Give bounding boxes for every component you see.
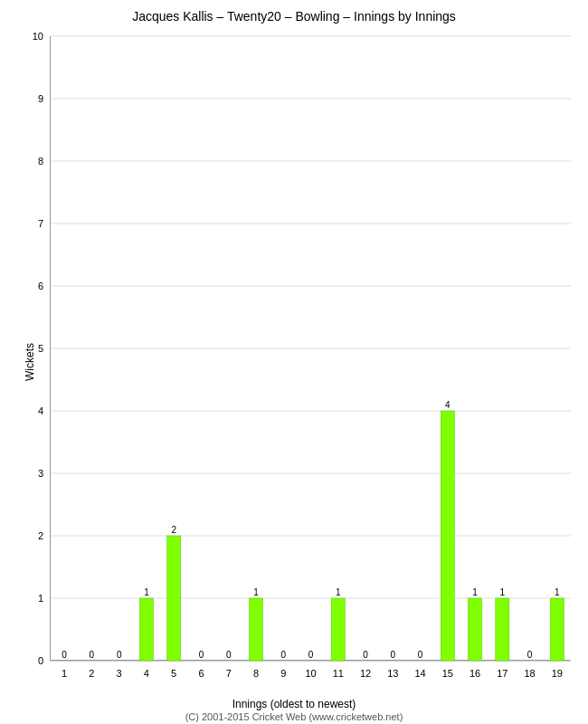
svg-text:6: 6 — [38, 281, 43, 291]
svg-text:0: 0 — [280, 650, 286, 660]
svg-text:1: 1 — [472, 587, 478, 597]
svg-text:0: 0 — [199, 650, 204, 660]
svg-text:1: 1 — [336, 587, 341, 597]
svg-text:3: 3 — [117, 668, 122, 679]
svg-text:4: 4 — [38, 405, 43, 416]
chart-container: Jacques Kallis – Twenty20 – Bowling – In… — [0, 0, 588, 724]
svg-text:6: 6 — [198, 668, 204, 679]
svg-text:15: 15 — [442, 668, 453, 679]
svg-text:0: 0 — [527, 650, 533, 660]
svg-text:1: 1 — [500, 587, 506, 597]
svg-text:2: 2 — [89, 668, 94, 679]
svg-rect-45 — [331, 598, 345, 661]
svg-text:0: 0 — [363, 650, 368, 660]
svg-rect-31 — [167, 536, 181, 661]
copyright: (C) 2001-2015 Cricket Web (www.cricketwe… — [0, 711, 588, 722]
svg-text:1: 1 — [38, 593, 43, 604]
svg-text:17: 17 — [497, 668, 507, 679]
svg-text:14: 14 — [414, 668, 425, 679]
svg-text:0: 0 — [308, 650, 314, 660]
svg-text:12: 12 — [360, 668, 371, 679]
svg-text:1: 1 — [144, 587, 149, 597]
svg-text:19: 19 — [552, 668, 563, 679]
svg-text:9: 9 — [280, 668, 286, 679]
svg-rect-57 — [469, 598, 482, 661]
svg-rect-60 — [496, 598, 509, 661]
svg-text:18: 18 — [524, 668, 535, 679]
svg-text:0: 0 — [226, 650, 232, 660]
svg-text:4: 4 — [445, 400, 450, 410]
svg-text:0: 0 — [117, 650, 122, 660]
svg-text:2: 2 — [38, 530, 43, 541]
svg-text:0: 0 — [418, 650, 423, 660]
svg-text:10: 10 — [33, 31, 43, 42]
svg-text:2: 2 — [171, 525, 176, 535]
svg-text:1: 1 — [62, 668, 67, 679]
svg-text:10: 10 — [305, 668, 316, 679]
svg-text:1: 1 — [253, 587, 259, 597]
x-axis-label: Innings (oldest to newest) — [0, 698, 588, 710]
svg-text:0: 0 — [90, 650, 95, 660]
svg-rect-38 — [249, 598, 262, 661]
chart-area: 0123456789100102031425060718090101110120… — [50, 36, 570, 661]
svg-text:7: 7 — [226, 668, 232, 679]
svg-text:16: 16 — [469, 668, 480, 679]
svg-text:3: 3 — [38, 468, 43, 479]
svg-text:4: 4 — [144, 668, 149, 679]
svg-rect-54 — [441, 411, 454, 661]
svg-text:0: 0 — [38, 655, 43, 666]
svg-text:8: 8 — [38, 156, 43, 167]
svg-text:13: 13 — [387, 668, 398, 679]
svg-text:9: 9 — [38, 93, 43, 104]
svg-rect-65 — [550, 598, 564, 661]
svg-text:0: 0 — [62, 650, 67, 660]
svg-rect-28 — [139, 598, 153, 661]
svg-text:11: 11 — [333, 668, 344, 679]
svg-text:7: 7 — [38, 218, 43, 229]
svg-text:1: 1 — [555, 587, 560, 597]
svg-text:8: 8 — [253, 668, 259, 679]
svg-text:0: 0 — [391, 650, 396, 660]
svg-text:5: 5 — [38, 343, 43, 354]
y-axis-label: Wickets — [24, 343, 36, 381]
svg-text:5: 5 — [171, 668, 176, 679]
chart-title: Jacques Kallis – Twenty20 – Bowling – In… — [0, 0, 588, 28]
